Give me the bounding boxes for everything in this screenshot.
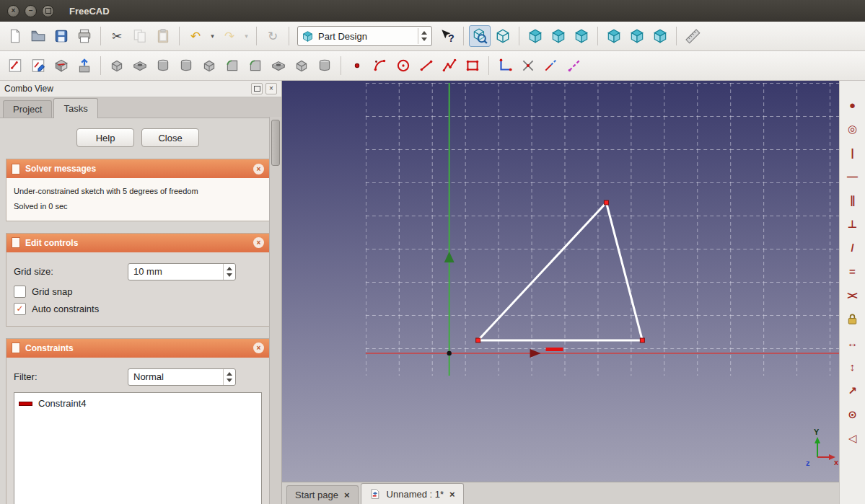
linear-pattern-button[interactable] bbox=[291, 55, 312, 76]
tab-start-page[interactable]: Start page × bbox=[286, 485, 359, 504]
close-tab-icon[interactable]: × bbox=[344, 490, 350, 500]
constrain-distance-x-button[interactable]: ↔ bbox=[843, 333, 862, 352]
new-document-button[interactable] bbox=[4, 25, 26, 47]
tab-tasks[interactable]: Tasks bbox=[53, 98, 97, 118]
groove-icon bbox=[178, 58, 194, 74]
collapse-section-icon[interactable]: × bbox=[253, 342, 264, 353]
workbench-selector[interactable]: Part Design bbox=[297, 26, 432, 46]
spinner-arrows[interactable] bbox=[223, 369, 235, 385]
constraints-section: Constraints × Filter: Normal bbox=[6, 338, 270, 504]
additive-loft-button[interactable] bbox=[198, 55, 220, 76]
spinner-arrows[interactable] bbox=[223, 264, 235, 280]
edit-controls-header[interactable]: Edit controls × bbox=[6, 234, 269, 252]
3d-viewport[interactable]: Y x z bbox=[282, 81, 839, 482]
constraint4-marker[interactable] bbox=[546, 348, 563, 351]
workbench-spinner[interactable] bbox=[418, 28, 430, 44]
fit-all-button[interactable] bbox=[469, 25, 491, 47]
pad-button[interactable] bbox=[106, 55, 128, 76]
paste-button[interactable] bbox=[152, 25, 174, 47]
constrain-tangent-button[interactable]: / bbox=[843, 238, 862, 257]
panel-close-button[interactable]: × bbox=[265, 83, 277, 94]
constrain-angle-button[interactable]: ◁ bbox=[843, 428, 862, 447]
tab-project[interactable]: Project bbox=[3, 100, 52, 118]
view-rear-button[interactable] bbox=[603, 25, 625, 47]
measure-distance-button[interactable] bbox=[682, 25, 703, 47]
chamfer-button[interactable] bbox=[245, 55, 266, 76]
constrain-equal-button[interactable]: = bbox=[843, 262, 862, 280]
save-document-button[interactable] bbox=[51, 25, 72, 47]
tab-unnamed-document[interactable]: Unnamed : 1* × bbox=[361, 483, 464, 504]
polar-pattern-button[interactable] bbox=[314, 55, 335, 76]
constrain-lock-button[interactable] bbox=[843, 309, 862, 328]
auto-constraints-checkbox[interactable]: ✓ bbox=[14, 303, 26, 315]
create-rectangle-button[interactable] bbox=[462, 55, 483, 76]
constraint-filter-select[interactable]: Normal bbox=[128, 368, 236, 386]
create-line-button[interactable] bbox=[416, 55, 437, 76]
view-axonometric-button[interactable] bbox=[492, 25, 514, 47]
edit-sketch-button[interactable] bbox=[27, 55, 49, 76]
create-arc-button[interactable] bbox=[369, 55, 391, 76]
cut-button[interactable]: ✂ bbox=[106, 25, 128, 47]
constrain-distance-button[interactable]: ↗ bbox=[843, 381, 862, 399]
grid-size-spinbox[interactable]: 10 mm bbox=[128, 263, 236, 280]
trim-edge-button[interactable] bbox=[517, 55, 539, 76]
constraint-list-item[interactable]: Constraint4 bbox=[19, 397, 257, 411]
create-point-button[interactable] bbox=[346, 55, 368, 76]
collapse-section-icon[interactable]: × bbox=[253, 164, 264, 174]
fillet-button[interactable] bbox=[221, 55, 243, 76]
mirrored-button[interactable] bbox=[268, 55, 289, 76]
scrollbar[interactable] bbox=[269, 117, 281, 504]
copy-button[interactable] bbox=[129, 25, 151, 47]
open-document-button[interactable] bbox=[27, 25, 49, 47]
scrollbar-thumb[interactable] bbox=[271, 120, 280, 166]
constrain-symmetric-button[interactable]: >< bbox=[843, 286, 862, 304]
constrain-radius-button[interactable]: ⊙ bbox=[843, 404, 862, 423]
map-sketch-to-face-button[interactable] bbox=[51, 55, 72, 76]
redo-history-dropdown[interactable]: ▾ bbox=[242, 25, 251, 47]
view-top-button[interactable] bbox=[548, 25, 569, 47]
constrain-distance-y-button[interactable]: ↕ bbox=[843, 357, 862, 376]
origin-point[interactable] bbox=[447, 351, 452, 355]
constrain-vertical-button[interactable]: | bbox=[843, 143, 862, 162]
window-maximize-button[interactable] bbox=[42, 5, 54, 17]
print-button[interactable] bbox=[74, 25, 95, 47]
view-bottom-button[interactable] bbox=[626, 25, 648, 47]
view-right-button[interactable] bbox=[571, 25, 592, 47]
redo-button[interactable]: ↷ bbox=[219, 25, 240, 47]
window-minimize-button[interactable]: – bbox=[25, 5, 37, 17]
constrain-point-on-object-button[interactable]: ◎ bbox=[843, 119, 862, 138]
view-left-button[interactable] bbox=[649, 25, 671, 47]
constrain-lock-tool-button[interactable] bbox=[494, 55, 516, 76]
collapse-section-icon[interactable]: × bbox=[253, 237, 264, 248]
create-circle-button[interactable] bbox=[392, 55, 414, 76]
help-button[interactable]: Help bbox=[76, 128, 134, 147]
constraints-header[interactable]: Constraints × bbox=[6, 339, 269, 358]
constrain-perpendicular-button[interactable]: ⊥ bbox=[843, 214, 862, 233]
revolution-button[interactable] bbox=[152, 55, 174, 76]
close-task-button[interactable]: Close bbox=[141, 128, 199, 147]
leave-sketch-button[interactable] bbox=[74, 55, 95, 76]
vertex-point[interactable] bbox=[640, 338, 644, 342]
pocket-button[interactable] bbox=[129, 55, 151, 76]
create-polyline-button[interactable] bbox=[439, 55, 460, 76]
constraint-list[interactable]: Constraint4 bbox=[14, 392, 262, 504]
external-geometry-button[interactable] bbox=[563, 55, 585, 76]
panel-float-button[interactable] bbox=[251, 83, 263, 94]
solver-messages-header[interactable]: Solver messages × bbox=[6, 159, 269, 178]
groove-button[interactable] bbox=[175, 55, 197, 76]
window-close-button[interactable]: × bbox=[7, 5, 19, 17]
constrain-parallel-button[interactable]: ∥ bbox=[843, 190, 862, 209]
view-front-button[interactable] bbox=[524, 25, 546, 47]
constrain-horizontal-button[interactable]: — bbox=[843, 167, 862, 185]
undo-history-dropdown[interactable]: ▾ bbox=[208, 25, 217, 47]
grid-snap-checkbox[interactable] bbox=[14, 286, 26, 298]
close-tab-icon[interactable]: × bbox=[449, 490, 455, 499]
constrain-coincident-button[interactable]: ● bbox=[843, 95, 862, 114]
extend-edge-button[interactable] bbox=[540, 55, 562, 76]
create-sketch-button[interactable] bbox=[4, 55, 26, 76]
refresh-button[interactable]: ↻ bbox=[262, 25, 284, 47]
whats-this-button[interactable]: ? bbox=[436, 25, 458, 47]
vertex-point[interactable] bbox=[476, 338, 480, 342]
vertex-point[interactable] bbox=[604, 200, 608, 205]
undo-button[interactable]: ↶ bbox=[185, 25, 206, 47]
